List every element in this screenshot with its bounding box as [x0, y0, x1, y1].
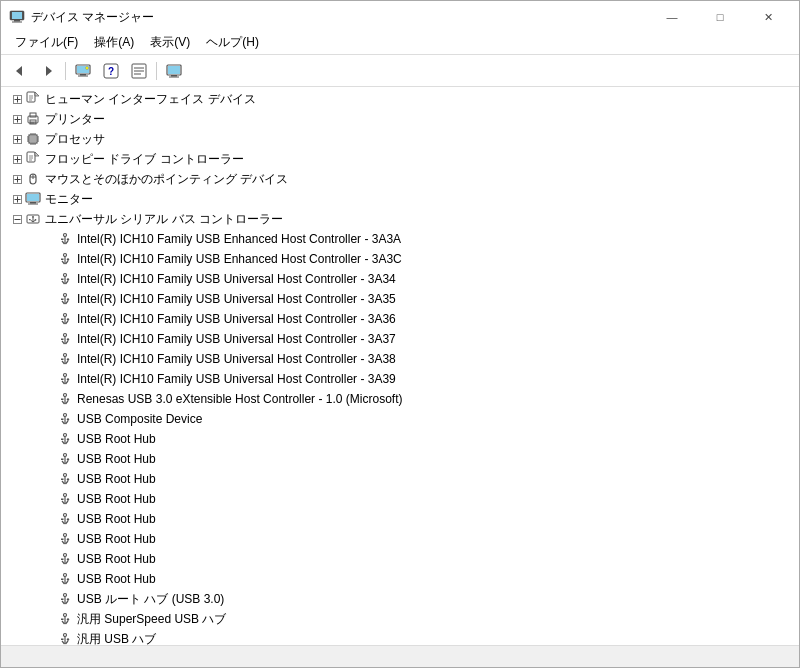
- svg-point-10: [86, 66, 89, 69]
- content-area: ヒューマン インターフェイス デバイス プリンター: [1, 87, 799, 645]
- svg-point-161: [67, 478, 69, 480]
- svg-point-119: [67, 338, 69, 340]
- tree-expander-usb-controller[interactable]: [9, 211, 25, 227]
- svg-point-204: [64, 634, 67, 637]
- svg-point-143: [67, 418, 69, 420]
- svg-line-201: [66, 621, 69, 624]
- tree-item-usb-root-6[interactable]: USB Root Hub: [1, 529, 799, 549]
- tree-item-usb-8[interactable]: Intel(R) ICH10 Family USB Universal Host…: [1, 369, 799, 389]
- tree-expander-usb-2: [41, 251, 57, 267]
- svg-point-83: [35, 219, 37, 221]
- svg-point-138: [64, 414, 67, 417]
- tree-expander-mouse[interactable]: [9, 171, 25, 187]
- svg-text:?: ?: [108, 66, 114, 77]
- tree-item-usb-1[interactable]: Intel(R) ICH10 Family USB Enhanced Host …: [1, 229, 799, 249]
- svg-line-87: [66, 241, 69, 244]
- properties-button[interactable]: [126, 59, 152, 83]
- maximize-button[interactable]: □: [697, 7, 743, 27]
- tree-icon-usb-root-3: [57, 471, 73, 487]
- tree-item-usb-root-30[interactable]: USB ルート ハブ (USB 3.0): [1, 589, 799, 609]
- tree-icon-usb-2: [57, 251, 73, 267]
- tree-icon-usb-root-6: [57, 531, 73, 547]
- svg-point-95: [67, 258, 69, 260]
- svg-point-149: [67, 438, 69, 440]
- tree-item-usb-5[interactable]: Intel(R) ICH10 Family USB Universal Host…: [1, 309, 799, 329]
- menu-action[interactable]: 操作(A): [88, 32, 140, 53]
- svg-line-164: [62, 501, 65, 504]
- tree-item-floppy[interactable]: フロッピー ドライブ コントローラー: [1, 149, 799, 169]
- svg-line-99: [66, 281, 69, 284]
- menu-view[interactable]: 表示(V): [144, 32, 196, 53]
- tree-view[interactable]: ヒューマン インターフェイス デバイス プリンター: [1, 87, 799, 645]
- tree-item-usb-root-3[interactable]: USB Root Hub: [1, 469, 799, 489]
- tree-expander-printer[interactable]: [9, 111, 25, 127]
- svg-rect-112: [61, 319, 64, 321]
- tree-item-usb-4[interactable]: Intel(R) ICH10 Family USB Universal Host…: [1, 289, 799, 309]
- svg-point-180: [64, 554, 67, 557]
- svg-line-188: [62, 581, 65, 584]
- svg-marker-4: [16, 66, 22, 76]
- svg-line-122: [62, 361, 65, 364]
- tree-expander-human-interface[interactable]: [9, 91, 25, 107]
- svg-line-189: [66, 581, 69, 584]
- tree-item-usb-generic[interactable]: 汎用 USB ハブ: [1, 629, 799, 645]
- tree-item-usb-root-7[interactable]: USB Root Hub: [1, 549, 799, 569]
- tree-expander-monitor[interactable]: [9, 191, 25, 207]
- svg-line-140: [62, 421, 65, 424]
- tree-expander-usb-3: [41, 271, 57, 287]
- tree-label-usb-root-4: USB Root Hub: [77, 492, 156, 506]
- svg-rect-88: [61, 239, 64, 241]
- tree-item-usb-2[interactable]: Intel(R) ICH10 Family USB Enhanced Host …: [1, 249, 799, 269]
- tree-item-mouse[interactable]: マウスとそのほかのポインティング デバイス: [1, 169, 799, 189]
- tree-label-mouse: マウスとそのほかのポインティング デバイス: [45, 171, 288, 188]
- svg-rect-130: [61, 379, 64, 381]
- svg-line-110: [62, 321, 65, 324]
- menu-file[interactable]: ファイル(F): [9, 32, 84, 53]
- title-bar-left: デバイス マネージャー: [9, 9, 154, 26]
- tree-item-monitor[interactable]: モニター: [1, 189, 799, 209]
- status-bar: [1, 645, 799, 667]
- tree-item-usb-root-8[interactable]: USB Root Hub: [1, 569, 799, 589]
- help-button[interactable]: ?: [98, 59, 124, 83]
- back-button[interactable]: [7, 59, 33, 83]
- close-button[interactable]: ✕: [745, 7, 791, 27]
- svg-point-78: [32, 216, 34, 218]
- tree-item-usb-superspeed[interactable]: 汎用 SuperSpeed USB ハブ: [1, 609, 799, 629]
- menu-help[interactable]: ヘルプ(H): [200, 32, 265, 53]
- forward-button[interactable]: [35, 59, 61, 83]
- tree-item-usb-3[interactable]: Intel(R) ICH10 Family USB Universal Host…: [1, 269, 799, 289]
- tree-item-usb-7[interactable]: Intel(R) ICH10 Family USB Universal Host…: [1, 349, 799, 369]
- tree-label-monitor: モニター: [45, 191, 93, 208]
- tree-item-processor[interactable]: プロセッサ: [1, 129, 799, 149]
- tree-item-printer[interactable]: プリンター: [1, 109, 799, 129]
- svg-point-131: [67, 378, 69, 380]
- tree-icon-printer: [25, 111, 41, 127]
- tree-item-usb-6[interactable]: Intel(R) ICH10 Family USB Universal Host…: [1, 329, 799, 349]
- tree-expander-processor[interactable]: [9, 131, 25, 147]
- svg-line-159: [66, 481, 69, 484]
- computer-view-button[interactable]: [70, 59, 96, 83]
- tree-label-floppy: フロッピー ドライブ コントローラー: [45, 151, 244, 168]
- svg-line-170: [62, 521, 65, 524]
- tree-item-usb-root-2[interactable]: USB Root Hub: [1, 449, 799, 469]
- svg-point-107: [67, 298, 69, 300]
- tree-label-usb-root-30: USB ルート ハブ (USB 3.0): [77, 591, 224, 608]
- monitor-button[interactable]: [161, 59, 187, 83]
- tree-item-usb-root-1[interactable]: USB Root Hub: [1, 429, 799, 449]
- tree-icon-usb-root-30: [57, 591, 73, 607]
- tree-item-usb-renesas[interactable]: Renesas USB 3.0 eXtensible Host Controll…: [1, 389, 799, 409]
- tree-label-human-interface: ヒューマン インターフェイス デバイス: [45, 91, 256, 108]
- tree-icon-usb-1: [57, 231, 73, 247]
- tree-item-usb-controller[interactable]: ユニバーサル シリアル バス コントローラー: [1, 209, 799, 229]
- tree-expander-floppy[interactable]: [9, 151, 25, 167]
- minimize-button[interactable]: —: [649, 7, 695, 27]
- tree-expander-usb-root-3: [41, 471, 57, 487]
- tree-item-usb-root-4[interactable]: USB Root Hub: [1, 489, 799, 509]
- svg-point-89: [67, 238, 69, 240]
- tree-item-usb-composite[interactable]: USB Composite Device: [1, 409, 799, 429]
- svg-rect-9: [78, 75, 88, 76]
- tree-item-human-interface[interactable]: ヒューマン インターフェイス デバイス: [1, 89, 799, 109]
- tree-expander-usb-composite: [41, 411, 57, 427]
- svg-point-155: [67, 458, 69, 460]
- tree-item-usb-root-5[interactable]: USB Root Hub: [1, 509, 799, 529]
